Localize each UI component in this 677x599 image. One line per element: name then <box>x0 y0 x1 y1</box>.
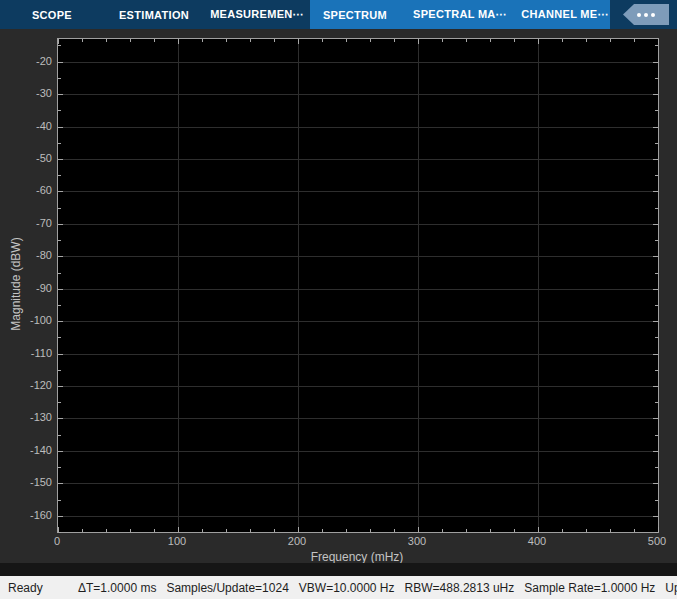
y-major-tick <box>653 127 658 128</box>
y-major-tick <box>653 159 658 160</box>
y-minor-tick <box>58 273 61 274</box>
y-minor-tick <box>655 273 658 274</box>
x-tick-label: 500 <box>648 535 666 547</box>
y-minor-tick <box>58 370 61 371</box>
y-tick-label: -20 <box>0 55 52 67</box>
grid-line-horizontal <box>58 516 658 517</box>
y-minor-tick <box>655 78 658 79</box>
x-minor-tick <box>346 39 347 42</box>
y-major-tick <box>58 94 63 95</box>
y-minor-tick <box>58 467 61 468</box>
x-minor-tick <box>370 529 371 532</box>
x-minor-tick <box>610 529 611 532</box>
x-minor-tick <box>226 529 227 532</box>
x-minor-tick <box>202 529 203 532</box>
y-major-tick <box>653 191 658 192</box>
x-major-tick <box>178 39 179 44</box>
y-minor-tick <box>58 78 61 79</box>
tab-estimation[interactable]: ESTIMATION <box>104 0 204 29</box>
y-major-tick <box>653 386 658 387</box>
x-major-tick <box>298 39 299 44</box>
y-minor-tick <box>58 175 61 176</box>
spectrum-analyzer-window: SCOPE ESTIMATION MEASUREMEN⋯ SPECTRUM SP… <box>0 0 677 599</box>
x-minor-tick <box>322 529 323 532</box>
grid-line-vertical <box>418 39 419 532</box>
x-major-tick <box>298 527 299 532</box>
y-minor-tick <box>655 435 658 436</box>
grid-line-horizontal <box>58 289 658 290</box>
y-major-tick <box>653 483 658 484</box>
x-major-tick <box>418 39 419 44</box>
x-minor-tick <box>82 39 83 42</box>
y-major-tick <box>58 483 63 484</box>
x-tick-label: 400 <box>528 535 546 547</box>
x-minor-tick <box>322 39 323 42</box>
status-bar: Ready ΔT=1.0000 ms Samples/Update=1024 V… <box>0 576 677 599</box>
x-minor-tick <box>154 529 155 532</box>
y-major-tick <box>58 354 63 355</box>
grid-line-horizontal <box>58 159 658 160</box>
x-minor-tick <box>370 39 371 42</box>
y-major-tick <box>653 256 658 257</box>
y-tick-label: -110 <box>0 347 52 359</box>
y-minor-tick <box>58 110 61 111</box>
x-major-tick <box>538 527 539 532</box>
grid-line-horizontal <box>58 321 658 322</box>
y-tick-label: -160 <box>0 509 52 521</box>
y-tick-label: -40 <box>0 120 52 132</box>
x-tick-label: 200 <box>288 535 306 547</box>
y-major-tick <box>58 224 63 225</box>
x-minor-tick <box>610 39 611 42</box>
x-minor-tick <box>346 529 347 532</box>
tab-channel-measurements[interactable]: CHANNEL ME⋯ <box>520 0 610 29</box>
y-minor-tick <box>58 240 61 241</box>
y-major-tick <box>653 94 658 95</box>
tab-scope[interactable]: SCOPE <box>0 0 104 29</box>
x-minor-tick <box>490 39 491 42</box>
x-axis-label: Frequency (mHz) <box>311 550 404 564</box>
x-minor-tick <box>154 39 155 42</box>
x-minor-tick <box>394 529 395 532</box>
x-minor-tick <box>466 529 467 532</box>
ellipsis-icon <box>637 13 641 17</box>
toolstrip-collapse-button[interactable] <box>623 4 669 25</box>
y-tick-label: -30 <box>0 87 52 99</box>
y-minor-tick <box>655 402 658 403</box>
tab-spectrum[interactable]: SPECTRUM <box>310 0 400 29</box>
x-tick-label: 0 <box>54 535 60 547</box>
grid-line-vertical <box>178 39 179 532</box>
x-minor-tick <box>634 39 635 42</box>
y-minor-tick <box>655 110 658 111</box>
y-major-tick <box>58 386 63 387</box>
ellipsis-icon <box>651 13 655 17</box>
status-state: Ready <box>8 581 78 595</box>
figure-statusbar-divider <box>0 563 677 576</box>
y-minor-tick <box>655 532 658 533</box>
x-minor-tick <box>586 529 587 532</box>
grid-line-horizontal <box>58 191 658 192</box>
grid-line-horizontal <box>58 451 658 452</box>
x-major-tick <box>418 527 419 532</box>
y-tick-label: -150 <box>0 476 52 488</box>
grid-line-horizontal <box>58 386 658 387</box>
tab-measurements[interactable]: MEASUREMEN⋯ <box>204 0 310 29</box>
grid-line-horizontal <box>58 94 658 95</box>
tab-spectral-mask[interactable]: SPECTRAL MA⋯ <box>400 0 520 29</box>
y-major-tick <box>58 516 63 517</box>
x-minor-tick <box>466 39 467 42</box>
grid-line-horizontal <box>58 224 658 225</box>
scope-figure: Magnitude (dBW) Frequency (mHz) 01002003… <box>0 29 677 563</box>
y-major-tick <box>58 289 63 290</box>
x-minor-tick <box>442 529 443 532</box>
x-minor-tick <box>562 39 563 42</box>
y-major-tick <box>653 354 658 355</box>
status-updates: Updat <box>665 581 677 595</box>
grid-line-horizontal <box>58 354 658 355</box>
x-major-tick <box>658 527 659 532</box>
x-minor-tick <box>394 39 395 42</box>
y-minor-tick <box>58 435 61 436</box>
y-minor-tick <box>655 370 658 371</box>
x-minor-tick <box>250 529 251 532</box>
y-major-tick <box>58 127 63 128</box>
plot-area[interactable] <box>57 38 659 533</box>
